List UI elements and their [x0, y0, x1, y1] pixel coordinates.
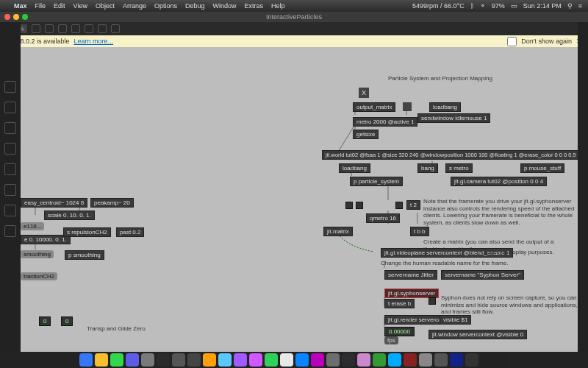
app-name[interactable]: Max	[14, 2, 27, 10]
msg-getsize[interactable]: getsize	[353, 130, 379, 139]
dock-app-icon[interactable]	[357, 353, 370, 367]
obj-repulsion[interactable]: s repulsionCH2	[63, 227, 111, 237]
menu-file[interactable]: File	[35, 2, 46, 10]
obj-past[interactable]: past 0.2	[116, 227, 144, 237]
menu-icon[interactable]: ≡	[578, 2, 582, 10]
obj-jitcamera[interactable]: jit.gl.camera tut02 @position 0 0 4	[451, 177, 547, 186]
toggle[interactable]	[395, 202, 403, 209]
obj-scale[interactable]: scale 0. 10. 0. 1.	[44, 210, 95, 220]
palette-tool-icon[interactable]	[4, 163, 16, 175]
msg-bang[interactable]: bang	[417, 163, 438, 173]
dock-app-icon[interactable]	[295, 353, 309, 367]
dock-app-icon[interactable]	[404, 353, 417, 367]
dock-app-icon[interactable]	[249, 353, 262, 367]
menu-object[interactable]: Object	[96, 2, 115, 10]
sub-smoothing[interactable]: p smoothing	[65, 250, 104, 260]
palette-tool-icon[interactable]	[4, 102, 16, 113]
obj-tbb[interactable]: t b b	[410, 227, 429, 236]
obj-metro[interactable]: metro 2000 @active 1	[353, 117, 417, 127]
minimize-window-icon[interactable]	[13, 14, 19, 20]
tool-icon[interactable]	[32, 24, 40, 33]
menu-window[interactable]: Window	[213, 2, 237, 10]
close-window-icon[interactable]	[4, 14, 10, 20]
toggle[interactable]	[356, 202, 363, 209]
obj-jitwindow[interactable]: jit.window servercontext @visible 0	[429, 330, 527, 339]
dock-app-icon[interactable]	[450, 353, 463, 367]
dock-app-icon[interactable]	[311, 353, 324, 367]
obj-traction[interactable]: tractionCH2	[21, 272, 57, 280]
dock-app-icon[interactable]	[234, 353, 247, 367]
dock-app-icon[interactable]	[110, 353, 123, 367]
dock-app-icon[interactable]	[126, 353, 139, 367]
zoom-window-icon[interactable]	[22, 14, 28, 20]
dock-app-icon[interactable]	[203, 353, 216, 367]
obj-eraseb[interactable]: t erase b	[384, 299, 415, 308]
obj-jitmatrix[interactable]: jit.matrix	[323, 227, 353, 236]
dock-app-icon[interactable]	[141, 353, 154, 367]
obj-t2[interactable]: t 2	[406, 200, 420, 210]
close-box[interactable]: X	[359, 88, 369, 98]
number-box[interactable]: 0	[61, 316, 73, 326]
dont-show-checkbox[interactable]	[507, 37, 517, 46]
sub-mouse[interactable]: p mouse_stuff	[520, 163, 564, 173]
dock-app-icon[interactable]	[79, 353, 93, 367]
tool-icon[interactable]	[111, 24, 120, 33]
obj-output-matrix[interactable]: output_matrix	[353, 102, 395, 112]
learn-more-link[interactable]: Learn more...	[74, 38, 114, 45]
wifi-icon[interactable]: ⚬	[480, 2, 486, 10]
dock-app-icon[interactable]	[342, 353, 355, 367]
obj-jitworld[interactable]: jit.world tut02 @fsaa 1 @size 320 240 @w…	[322, 150, 578, 160]
toggle[interactable]	[345, 202, 353, 209]
dock-app-icon[interactable]	[187, 353, 201, 367]
dock-app-icon[interactable]	[95, 353, 108, 367]
dock-app-icon[interactable]	[218, 353, 232, 367]
obj-easy-centroid[interactable]: easy_centroid~ 1024 8	[21, 198, 87, 208]
menu-edit[interactable]: Edit	[54, 2, 65, 10]
toggle[interactable]	[429, 297, 436, 305]
menu-options[interactable]: Options	[154, 2, 177, 10]
palette-tool-icon[interactable]	[4, 122, 16, 134]
msg-sendwindow[interactable]: sendwindow idlemouse 1	[417, 113, 490, 123]
menu-help[interactable]: Help	[271, 2, 285, 10]
bluetooth-icon[interactable]: ᛒ	[470, 2, 474, 10]
tool-icon[interactable]	[58, 24, 67, 33]
obj-loadbang[interactable]: loadbang	[429, 102, 461, 112]
obj-loadbang2[interactable]: loadbang	[339, 163, 370, 173]
palette-tool-icon[interactable]	[4, 225, 16, 237]
dock-app-icon[interactable]	[481, 353, 494, 367]
obj-qmetro[interactable]: qmetro 16	[366, 213, 400, 223]
sub-particle[interactable]: p particle_system	[350, 177, 403, 186]
tool-icon[interactable]	[85, 24, 93, 33]
dock-app-icon[interactable]	[265, 353, 278, 367]
tool-icon[interactable]	[98, 24, 107, 33]
msg-servername1[interactable]: servername Jitter	[384, 270, 437, 280]
palette-tool-icon[interactable]	[4, 143, 16, 155]
toggle-box[interactable]	[403, 102, 412, 111]
fps-label[interactable]: fps	[384, 336, 398, 344]
palette-tool-icon[interactable]	[4, 81, 16, 93]
tool-icon[interactable]	[45, 24, 54, 33]
msg-visible[interactable]: visible $1	[440, 315, 471, 325]
obj-smoothing[interactable]: smoothing	[21, 250, 54, 258]
obj-peakamp[interactable]: peakamp~ 20	[90, 198, 134, 208]
menu-view[interactable]: View	[74, 2, 87, 10]
dock-app-icon[interactable]	[280, 353, 293, 367]
spotlight-icon[interactable]: ⚲	[567, 2, 573, 10]
palette-tool-icon[interactable]	[4, 184, 16, 196]
obj-smetro[interactable]: s metro	[445, 163, 473, 173]
number-box[interactable]: 0	[39, 316, 51, 326]
dock-app-icon[interactable]	[388, 353, 401, 367]
dock-app-icon[interactable]	[465, 353, 478, 367]
fps-value[interactable]: 0.00000	[384, 327, 415, 336]
dock-app-icon[interactable]	[419, 353, 432, 367]
dock-app-icon[interactable]	[157, 353, 170, 367]
palette-tool-icon[interactable]	[4, 205, 16, 216]
dock-app-icon[interactable]	[326, 353, 340, 367]
dock-app-icon[interactable]	[496, 353, 509, 367]
tool-icon[interactable]	[71, 24, 80, 33]
dock-app-icon[interactable]	[373, 353, 386, 367]
dock-app-icon[interactable]	[434, 353, 448, 367]
dock-app-icon[interactable]	[172, 353, 185, 367]
patcher-canvas[interactable]: Particle System and Projection Mapping X…	[21, 47, 578, 352]
obj-e118[interactable]: e118...	[21, 222, 44, 230]
